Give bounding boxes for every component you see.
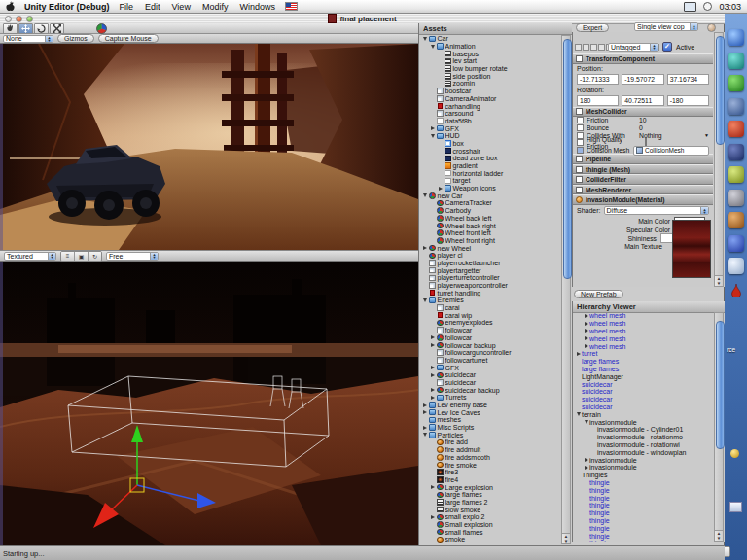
hierarchy-item[interactable]: large flames [573, 366, 714, 373]
input-menu-flag-icon[interactable] [285, 2, 298, 11]
collapsed-arrow-icon[interactable] [585, 314, 588, 318]
toolbar-round-button[interactable] [707, 23, 716, 32]
zoom-button[interactable] [26, 16, 33, 22]
component-checkbox[interactable] [576, 187, 583, 193]
asset-item[interactable]: zoomin [419, 80, 561, 88]
expanded-arrow-icon[interactable] [423, 433, 427, 437]
asset-item[interactable]: target [419, 177, 561, 185]
main-texture-thumbnail[interactable] [672, 220, 711, 278]
move-tool-button[interactable] [18, 23, 33, 34]
asset-item[interactable]: dead zone box [419, 155, 561, 162]
play-ball-button[interactable] [92, 23, 110, 33]
asset-item[interactable]: fire addmult [419, 446, 561, 454]
menu-modify[interactable]: Modify [202, 2, 229, 12]
hierarchy-item[interactable]: wheel mesh [573, 334, 714, 342]
asset-item[interactable]: GFX [419, 124, 561, 132]
hierarchy-item[interactable]: wheel mesh [573, 342, 714, 350]
asset-item[interactable]: small explo 2 [419, 513, 561, 521]
hierarchy-item[interactable]: invasionmodule [573, 456, 714, 464]
collapsed-component-header[interactable]: ColliderFilter [573, 174, 713, 185]
hierarchy-item[interactable]: invasionmodule - rotationwi [573, 441, 714, 449]
asset-item[interactable]: data5f8b [419, 118, 561, 125]
layers-toggle-icon[interactable]: ≡ [61, 252, 75, 261]
collapsed-arrow-icon[interactable] [423, 246, 427, 250]
collapsed-arrow-icon[interactable] [585, 458, 588, 462]
hierarchy-item[interactable]: thingie [573, 540, 714, 542]
gizmos-button[interactable]: Gizmos [57, 34, 94, 43]
asset-item[interactable]: lev start [419, 57, 561, 65]
draw-mode-popup[interactable]: Textured▲▼ [4, 252, 56, 261]
asset-item[interactable]: enemyexplodes [419, 319, 561, 327]
asset-item[interactable]: Lev enemy base [419, 402, 561, 409]
apple-menu-icon[interactable] [6, 1, 15, 12]
asset-item[interactable]: smoke [419, 536, 561, 543]
shader-popup[interactable]: Diffuse▲▼ [604, 206, 709, 215]
asset-item[interactable]: GFX [419, 364, 561, 371]
collapsed-component-header[interactable]: thingie (Mesh) [573, 164, 713, 175]
asset-item[interactable]: crosshair [419, 147, 561, 155]
hierarchy-item[interactable]: terrain [573, 410, 714, 418]
friction-value[interactable]: 10 [639, 117, 709, 123]
dock-icon-navy-app[interactable] [728, 144, 744, 160]
expanded-arrow-icon[interactable] [577, 412, 581, 416]
asset-item[interactable]: Small explosion [419, 521, 561, 529]
asset-item[interactable]: suicidecar backup [419, 386, 561, 394]
game-view[interactable] [0, 44, 418, 251]
expert-button[interactable]: Expert [576, 23, 609, 32]
position-z-field[interactable]: 37.16734 [667, 74, 709, 85]
asset-item[interactable]: CameraTracker [419, 199, 561, 207]
rotation-x-field[interactable]: 180 [577, 95, 619, 106]
asset-item[interactable]: slow smoke [419, 506, 561, 513]
collides-with-popup[interactable]: Nothing▼ [639, 132, 709, 139]
hierarchy-item[interactable]: thingie [573, 517, 714, 525]
hierarchy-item[interactable]: invasionmodule [573, 418, 714, 426]
component-checkbox[interactable] [576, 55, 583, 62]
asset-item[interactable]: fire addsmooth [419, 454, 561, 462]
hierarchy-item[interactable]: turret [573, 350, 714, 358]
view-tool-button[interactable] [3, 23, 18, 34]
collapsed-component-header[interactable]: Pipeline [573, 154, 713, 164]
asset-item[interactable]: carai wip [419, 311, 561, 319]
asset-item[interactable]: side position [419, 72, 561, 80]
hierarchy-item[interactable]: large flames [573, 358, 714, 366]
asset-item[interactable]: HUD [419, 132, 561, 140]
collapsed-arrow-icon[interactable] [431, 366, 435, 369]
dock-icon-finder[interactable] [728, 29, 744, 46]
menu-windows[interactable]: Windows [239, 2, 275, 12]
asset-item[interactable]: Large explosion [419, 483, 561, 491]
hierarchy-item[interactable]: thingie [573, 486, 714, 494]
asset-item[interactable]: fire smoke [419, 461, 561, 469]
expanded-arrow-icon[interactable] [431, 45, 435, 49]
hierarchy-item[interactable]: invasionmodule - rotationmo [573, 434, 714, 441]
asset-item[interactable]: suicidecar [419, 371, 561, 379]
hierarchy-item[interactable]: suicidecar [573, 396, 714, 403]
collapsed-arrow-icon[interactable] [439, 187, 443, 191]
asset-item[interactable]: Misc Scripts [419, 424, 561, 432]
asset-item[interactable]: basepos [419, 50, 561, 57]
asset-item[interactable]: turret handling [419, 289, 561, 297]
menu-view[interactable]: View [172, 2, 191, 12]
asset-item[interactable]: CameraAnimator [419, 95, 561, 103]
asset-item[interactable]: followcarguncontroller [419, 349, 561, 357]
collapsed-arrow-icon[interactable] [585, 344, 588, 348]
asset-item[interactable]: carhandling [419, 102, 561, 110]
asset-item[interactable]: Wheel back right [419, 222, 561, 229]
new-prefab-button[interactable]: New Prefab [574, 290, 623, 298]
asset-item[interactable]: Car [419, 35, 561, 43]
collapsed-arrow-icon[interactable] [585, 322, 588, 326]
collapsed-arrow-icon[interactable] [431, 343, 435, 347]
dock-icon-amber-app[interactable] [728, 212, 744, 228]
component-tab[interactable] [583, 44, 589, 51]
dock-icon-slate-app[interactable] [728, 98, 744, 115]
asset-item[interactable]: Animation [419, 43, 561, 51]
expanded-arrow-icon[interactable] [423, 298, 427, 302]
lock-toggle-icon[interactable]: ▣ [75, 252, 89, 261]
hierarchy-item[interactable]: invasionmodule - windowplan [573, 448, 714, 456]
display-menu-icon[interactable] [684, 2, 696, 12]
asset-item[interactable]: fire4 [419, 476, 561, 484]
asset-item[interactable]: Weapon icons [419, 185, 561, 192]
asset-item[interactable]: followcar backup [419, 341, 561, 349]
component-tab[interactable] [590, 44, 597, 51]
asset-item[interactable]: playertargetter [419, 266, 561, 274]
transform-component-header[interactable]: TransformComponent [573, 53, 713, 64]
